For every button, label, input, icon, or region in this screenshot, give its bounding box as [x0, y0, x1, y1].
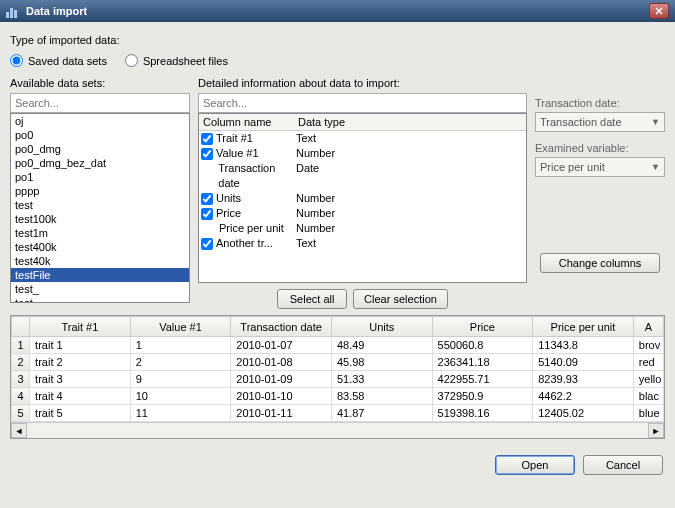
table-cell: 51.33 — [331, 371, 432, 388]
examined-label: Examined variable: — [535, 142, 665, 154]
columns-header: Column name Data type — [199, 114, 526, 131]
radio-spreadsheet[interactable]: Spreadsheet files — [125, 54, 228, 67]
list-item[interactable]: test40k — [11, 254, 189, 268]
column-type: Number — [296, 206, 524, 221]
list-item[interactable]: po0_dmg — [11, 142, 189, 156]
column-name: Another tr... — [216, 236, 273, 251]
col-header-type: Data type — [294, 114, 526, 130]
list-item[interactable]: test400k — [11, 240, 189, 254]
column-checkbox[interactable] — [201, 193, 213, 205]
column-name: Price — [216, 206, 241, 221]
row-number: 5 — [12, 405, 30, 422]
table-cell: yello — [633, 371, 663, 388]
column-checkbox[interactable] — [201, 148, 213, 160]
list-item[interactable]: test_ — [11, 282, 189, 296]
open-button[interactable]: Open — [495, 455, 575, 475]
table-cell: trait 4 — [30, 388, 131, 405]
radio-group: Saved data sets Spreadsheet files — [10, 54, 665, 67]
table-cell: trait 1 — [30, 337, 131, 354]
clear-selection-button[interactable]: Clear selection — [353, 289, 448, 309]
cancel-button[interactable]: Cancel — [583, 455, 663, 475]
table-cell: 5140.09 — [533, 354, 634, 371]
list-item[interactable]: po0 — [11, 128, 189, 142]
list-item[interactable]: test__ — [11, 296, 189, 303]
table-cell: red — [633, 354, 663, 371]
list-item[interactable]: test1m — [11, 226, 189, 240]
search-datasets-input[interactable] — [10, 93, 190, 113]
list-item[interactable]: pppp — [11, 184, 189, 198]
list-item[interactable]: testFile — [11, 268, 189, 282]
table-cell: 2010-01-07 — [231, 337, 332, 354]
examined-value: Price per unit — [540, 161, 605, 173]
row-number: 3 — [12, 371, 30, 388]
search-columns-input[interactable] — [198, 93, 527, 113]
table-row[interactable]: 5trait 5112010-01-1141.87519398.1612405.… — [12, 405, 664, 422]
table-cell: 11 — [130, 405, 231, 422]
table-header-cell[interactable] — [12, 317, 30, 337]
radio-spreadsheet-label: Spreadsheet files — [143, 55, 228, 67]
radio-spreadsheet-input[interactable] — [125, 54, 138, 67]
column-type: Text — [296, 236, 524, 251]
table-cell: brov — [633, 337, 663, 354]
table-cell: 236341.18 — [432, 354, 533, 371]
dataset-listbox[interactable]: ojpo0po0_dmgpo0_dmg_bez_datpo1pppptestte… — [10, 113, 190, 303]
window-title: Data import — [26, 5, 87, 17]
table-cell: 2010-01-08 — [231, 354, 332, 371]
table-cell: blue — [633, 405, 663, 422]
list-item[interactable]: po1 — [11, 170, 189, 184]
table-header-cell[interactable]: Price per unit — [533, 317, 634, 337]
column-row: PriceNumber — [199, 206, 526, 221]
radio-saved-input[interactable] — [10, 54, 23, 67]
column-checkbox[interactable] — [201, 133, 213, 145]
preview-table[interactable]: Trait #1Value #1Transaction dateUnitsPri… — [11, 316, 664, 422]
column-name: Price per unit — [219, 221, 284, 236]
select-all-button[interactable]: Select all — [277, 289, 347, 309]
close-button[interactable] — [649, 3, 669, 19]
table-header-cell[interactable]: Price — [432, 317, 533, 337]
table-row[interactable]: 4trait 4102010-01-1083.58372950.94462.2b… — [12, 388, 664, 405]
table-header-cell[interactable]: Trait #1 — [30, 317, 131, 337]
table-row[interactable]: 2trait 222010-01-0845.98236341.185140.09… — [12, 354, 664, 371]
column-name: Value #1 — [216, 146, 259, 161]
radio-saved-label: Saved data sets — [28, 55, 107, 67]
table-cell: trait 2 — [30, 354, 131, 371]
table-cell: 422955.71 — [432, 371, 533, 388]
table-cell: 9 — [130, 371, 231, 388]
table-header-cell[interactable]: A — [633, 317, 663, 337]
transdate-combo[interactable]: Transaction date ▼ — [535, 112, 665, 132]
scroll-right-icon[interactable]: ► — [648, 423, 664, 438]
table-row[interactable]: 1trait 112010-01-0748.49550060.811343.8b… — [12, 337, 664, 354]
footer: Open Cancel — [0, 447, 675, 483]
examined-combo[interactable]: Price per unit ▼ — [535, 157, 665, 177]
column-row: Price per unitNumber — [199, 221, 526, 236]
column-checkbox[interactable] — [201, 208, 213, 220]
table-header-cell[interactable]: Units — [331, 317, 432, 337]
table-cell: 8239.93 — [533, 371, 634, 388]
table-cell: 12405.02 — [533, 405, 634, 422]
column-name: Transaction date — [218, 161, 296, 191]
column-row: Transaction dateDate — [199, 161, 526, 191]
table-cell: 2010-01-10 — [231, 388, 332, 405]
scroll-left-icon[interactable]: ◄ — [11, 423, 27, 438]
radio-saved[interactable]: Saved data sets — [10, 54, 107, 67]
column-row: Trait #1Text — [199, 131, 526, 146]
columns-box: Column name Data type Trait #1TextValue … — [198, 113, 527, 283]
app-icon — [6, 4, 20, 18]
preview-hscrollbar[interactable]: ◄ ► — [11, 422, 664, 438]
col-header-name: Column name — [199, 114, 294, 130]
list-item[interactable]: oj — [11, 114, 189, 128]
list-item[interactable]: po0_dmg_bez_dat — [11, 156, 189, 170]
table-cell: 550060.8 — [432, 337, 533, 354]
row-number: 4 — [12, 388, 30, 405]
table-cell: 2010-01-09 — [231, 371, 332, 388]
type-label: Type of imported data: — [10, 34, 665, 46]
table-header-cell[interactable]: Value #1 — [130, 317, 231, 337]
list-item[interactable]: test100k — [11, 212, 189, 226]
list-item[interactable]: test — [11, 198, 189, 212]
table-cell: 11343.8 — [533, 337, 634, 354]
table-header-cell[interactable]: Transaction date — [231, 317, 332, 337]
change-columns-button[interactable]: Change columns — [540, 253, 660, 273]
table-row[interactable]: 3trait 392010-01-0951.33422955.718239.93… — [12, 371, 664, 388]
column-type: Number — [296, 221, 524, 236]
column-checkbox[interactable] — [201, 238, 213, 250]
